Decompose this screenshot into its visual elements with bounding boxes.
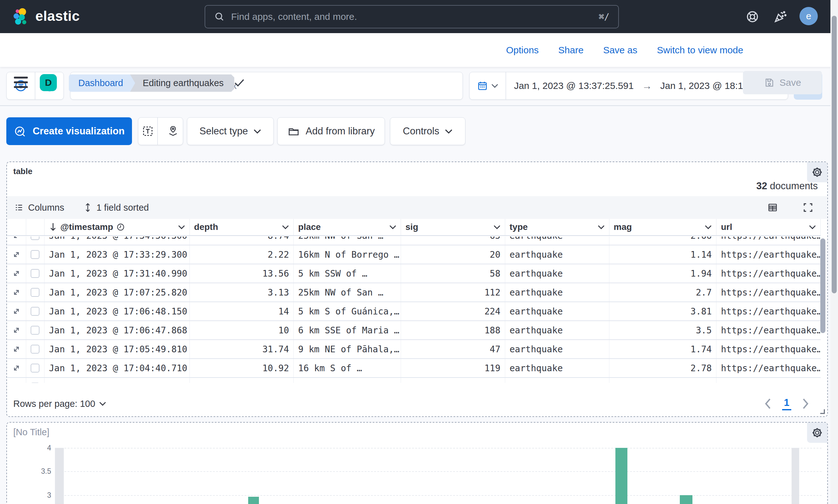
cell-url: https://earthquake… — [716, 264, 821, 283]
row-checkbox[interactable] — [26, 378, 45, 383]
options-link[interactable]: Options — [506, 45, 539, 55]
row-checkbox[interactable] — [26, 321, 45, 339]
news-party-popper-icon[interactable] — [772, 8, 789, 25]
create-visualization-button[interactable]: Create visualization — [6, 117, 132, 145]
cell-timestamp: Jan 1, 2023 @ 17:04:40.710 — [45, 359, 190, 377]
display-density-button[interactable] — [767, 202, 778, 213]
cell-place: 5 km SSW of … — [294, 264, 401, 283]
column-menu-chevron[interactable] — [178, 225, 185, 229]
column-menu-chevron[interactable] — [809, 225, 816, 229]
expand-row-button[interactable] — [7, 359, 26, 377]
row-checkbox[interactable] — [26, 302, 45, 321]
cell-sig: 65 — [401, 236, 505, 245]
breadcrumb-check-icon[interactable] — [234, 78, 245, 88]
controls-button[interactable]: Controls — [390, 117, 465, 145]
column-header-mag[interactable]: mag — [610, 219, 717, 235]
edit-toolbar: Create visualization Select type — [0, 106, 838, 161]
cell-place: 5 km S of Guánica,… — [294, 302, 401, 321]
breadcrumb-current[interactable]: Editing earthquakes — [130, 74, 234, 92]
checkbox — [31, 307, 39, 316]
row-checkbox[interactable] — [26, 283, 45, 302]
add-from-library-label: Add from library — [306, 126, 375, 137]
row-checkbox[interactable] — [26, 340, 45, 358]
expand-row-button[interactable] — [7, 378, 26, 383]
expand-row-button[interactable] — [7, 264, 26, 283]
panel-resize-handle[interactable] — [817, 406, 825, 414]
user-avatar[interactable]: e — [800, 7, 818, 25]
table-panel-title: table — [13, 166, 33, 176]
breadcrumb-dashboard[interactable]: Dashboard — [69, 74, 138, 92]
expand-row-button[interactable] — [7, 245, 26, 264]
expand-row-button[interactable] — [7, 302, 26, 321]
cell-timestamp: Jan 1, 2023 @ 17:07:25.820 — [45, 283, 190, 302]
table-scrollbar[interactable] — [820, 236, 825, 383]
search-icon — [214, 11, 225, 22]
panel-settings-button[interactable] — [807, 162, 827, 182]
cell-type: earthquake — [505, 283, 610, 302]
cell-depth: 14 — [190, 302, 294, 321]
cell-depth: 2.22 — [190, 245, 294, 264]
help-icon[interactable] — [744, 8, 761, 25]
global-search-input[interactable]: Find apps, content, and more. ⌘/ — [205, 5, 619, 29]
column-menu-chevron[interactable] — [598, 225, 605, 229]
save-as-link[interactable]: Save as — [603, 45, 637, 55]
space-avatar[interactable]: D — [40, 74, 57, 91]
checkbox — [31, 236, 39, 240]
page-scrollbar-thumb[interactable] — [832, 16, 837, 293]
add-map-icon[interactable] — [164, 118, 183, 145]
switch-to-view-mode-link[interactable]: Switch to view mode — [657, 45, 743, 55]
cell-depth: 13.56 — [190, 264, 294, 283]
previous-page-button[interactable] — [765, 398, 771, 409]
menu-hamburger-icon[interactable] — [14, 77, 28, 88]
columns-selector-button[interactable]: Columns — [14, 202, 64, 213]
column-menu-chevron[interactable] — [282, 225, 289, 229]
page-scrollbar[interactable] — [831, 0, 838, 504]
page-number-1[interactable]: 1 — [782, 397, 791, 410]
table-scrollbar-thumb[interactable] — [820, 238, 825, 333]
expand-row-button[interactable] — [7, 321, 26, 339]
row-checkbox[interactable] — [26, 236, 45, 245]
sorted-fields-button[interactable]: 1 field sorted — [84, 202, 149, 213]
column-header-place[interactable]: place — [294, 219, 401, 235]
cell-mag: 2.7 — [610, 283, 717, 302]
add-text-icon[interactable] — [138, 118, 158, 145]
select-type-button[interactable]: Select type — [187, 117, 274, 145]
row-checkbox[interactable] — [26, 264, 45, 283]
clock-icon — [116, 223, 125, 232]
fullscreen-button[interactable] — [802, 202, 814, 213]
save-button[interactable]: Save — [743, 71, 822, 94]
chevron-down-icon — [491, 84, 498, 88]
cell-mag: 1.14 — [610, 245, 717, 264]
column-header-timestamp[interactable]: @timestamp — [45, 219, 190, 235]
rows-per-page-button[interactable]: Rows per page: 100 — [13, 399, 106, 409]
header-select-all[interactable] — [26, 219, 45, 235]
row-checkbox[interactable] — [26, 359, 45, 377]
column-menu-chevron[interactable] — [705, 225, 712, 229]
expand-icon — [12, 344, 21, 354]
cell-type: earthquake — [505, 236, 610, 245]
header-label: type — [510, 222, 528, 232]
column-header-sig[interactable]: sig — [401, 219, 505, 235]
column-menu-chevron[interactable] — [389, 225, 396, 229]
column-header-type[interactable]: type — [505, 219, 610, 235]
date-quick-select-button[interactable] — [469, 72, 506, 100]
column-header-url[interactable]: url — [716, 219, 821, 235]
row-checkbox[interactable] — [26, 245, 45, 264]
elastic-logo-icon[interactable] — [12, 7, 32, 26]
date-from[interactable]: Jan 1, 2023 @ 13:37:25.591 — [514, 80, 634, 91]
cell-timestamp — [45, 378, 190, 383]
share-link[interactable]: Share — [558, 45, 583, 55]
cell-timestamp: Jan 1, 2023 @ 17:06:48.150 — [45, 302, 190, 321]
expand-row-button[interactable] — [7, 283, 26, 302]
chevron-down-icon — [254, 129, 261, 134]
bar — [680, 495, 692, 504]
column-header-depth[interactable]: depth — [190, 219, 294, 235]
chart-panel: [No Title] 4 3.5 3 — [6, 422, 828, 504]
header-expand-spacer — [7, 219, 26, 235]
expand-row-button[interactable] — [7, 340, 26, 358]
next-page-button[interactable] — [802, 398, 809, 409]
add-from-library-button[interactable]: Add from library — [277, 117, 385, 145]
table-row: Jan 1, 2023 @ 17:07:25.820 3.13 25km NW … — [7, 283, 821, 302]
column-menu-chevron[interactable] — [494, 225, 500, 229]
expand-row-button[interactable] — [7, 236, 26, 245]
